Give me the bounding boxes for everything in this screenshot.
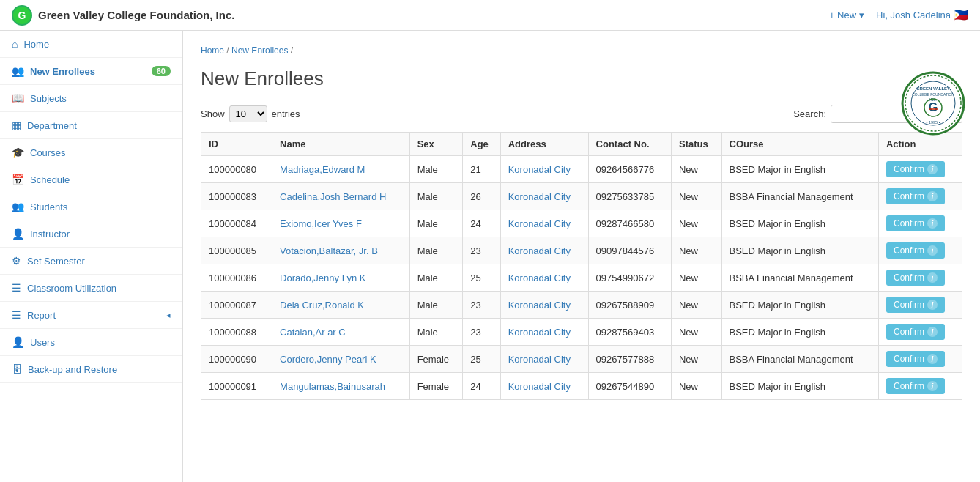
table-row: 100000083 Cadelina,Josh Bernard H Male 2… xyxy=(201,183,962,210)
name-link[interactable]: Cordero,Jenny Pearl K xyxy=(280,354,376,365)
table-body: 100000080 Madriaga,Edward M Male 21 Koro… xyxy=(201,156,962,400)
cell-id: 100000084 xyxy=(201,210,272,237)
col-name: Name xyxy=(272,133,410,156)
cell-course: BSBA Financial Management xyxy=(721,183,878,210)
home-icon: ⌂ xyxy=(12,38,18,50)
cell-course: BSBA Financial Management xyxy=(721,264,878,292)
address-link[interactable]: Koronadal City xyxy=(508,191,571,202)
svg-text:• 1995 •: • 1995 • xyxy=(926,120,940,125)
instructor-icon: 👤 xyxy=(12,228,24,240)
cell-course: BSED Major in English xyxy=(721,237,878,264)
address-link[interactable]: Koronadal City xyxy=(508,218,571,229)
name-link[interactable]: Cadelina,Josh Bernard H xyxy=(280,191,386,202)
table-row: 100000080 Madriaga,Edward M Male 21 Koro… xyxy=(201,156,962,183)
svg-text:GREEN VALLEY: GREEN VALLEY xyxy=(916,86,950,91)
sidebar-item-students[interactable]: 👥 Students xyxy=(0,193,182,220)
cell-address: Koronadal City xyxy=(500,210,588,237)
sidebar-label-instructor: Instructor xyxy=(30,229,70,240)
name-link[interactable]: Dorado,Jenny Lyn K xyxy=(280,272,365,283)
cell-contact: 09267577888 xyxy=(588,346,671,373)
entries-label: entries xyxy=(272,108,300,119)
sidebar-item-users[interactable]: 👤 Users xyxy=(0,329,182,356)
address-link[interactable]: Koronadal City xyxy=(508,381,571,392)
sidebar-item-set-semester[interactable]: ⚙ Set Semester xyxy=(0,248,182,275)
report-icon: ☰ xyxy=(12,309,21,321)
breadcrumb-home[interactable]: Home xyxy=(201,45,224,56)
new-enrollees-badge: 60 xyxy=(152,66,171,76)
col-course: COurse xyxy=(721,133,878,156)
cell-age: 23 xyxy=(463,237,500,264)
cell-status: New xyxy=(671,210,721,237)
show-entries: Show 10 25 50 100 entries xyxy=(201,105,300,122)
cell-action: Confirm i xyxy=(878,319,962,346)
sidebar-item-report[interactable]: ☰ Report ◂ xyxy=(0,302,182,329)
calendar-icon: 📅 xyxy=(12,174,24,185)
table-row: 100000086 Dorado,Jenny Lyn K Male 25 Kor… xyxy=(201,264,962,292)
confirm-button[interactable]: Confirm i xyxy=(886,270,945,286)
address-link[interactable]: Koronadal City xyxy=(508,300,571,311)
cell-action: Confirm i xyxy=(878,292,962,319)
users-nav-icon: 👤 xyxy=(12,336,24,348)
confirm-button[interactable]: Confirm i xyxy=(886,378,945,394)
table-row: 100000084 Exiomo,Icer Yves F Male 24 Kor… xyxy=(201,210,962,237)
address-link[interactable]: Koronadal City xyxy=(508,272,571,283)
cell-sex: Male xyxy=(409,237,463,264)
table-row: 100000087 Dela Cruz,Ronald K Male 23 Kor… xyxy=(201,292,962,319)
sidebar-label-students: Students xyxy=(30,201,67,212)
sidebar-item-schedule[interactable]: 📅 Schedule xyxy=(0,166,182,193)
cell-sex: Male xyxy=(409,292,463,319)
sidebar-item-home[interactable]: ⌂ Home xyxy=(0,31,182,58)
confirm-button[interactable]: Confirm i xyxy=(886,188,945,204)
cell-address: Koronadal City xyxy=(500,156,588,183)
sidebar-label-new-enrollees: New Enrollees xyxy=(30,66,95,77)
sidebar-item-new-enrollees[interactable]: 👥 New Enrollees 60 xyxy=(0,58,182,85)
name-link[interactable]: Votacion,Baltazar, Jr. B xyxy=(280,245,378,256)
confirm-button[interactable]: Confirm i xyxy=(886,215,945,231)
confirm-button[interactable]: Confirm i xyxy=(886,161,945,177)
sidebar-item-subjects[interactable]: 📖 Subjects xyxy=(0,85,182,112)
cell-id: 100000087 xyxy=(201,292,272,319)
sidebar-item-courses[interactable]: 🎓 Courses xyxy=(0,139,182,166)
cell-name: Cadelina,Josh Bernard H xyxy=(272,183,410,210)
cell-id: 100000088 xyxy=(201,319,272,346)
sidebar-item-backup[interactable]: 🗄 Back-up and Restore xyxy=(0,356,182,383)
sidebar-label-report: Report xyxy=(27,310,56,321)
cell-action: Confirm i xyxy=(878,237,962,264)
cell-address: Koronadal City xyxy=(500,264,588,292)
user-name: Hi, Josh Cadelina xyxy=(876,10,951,21)
name-link[interactable]: Madriaga,Edward M xyxy=(280,164,365,175)
info-icon: i xyxy=(927,164,938,174)
confirm-button[interactable]: Confirm i xyxy=(886,297,945,313)
address-link[interactable]: Koronadal City xyxy=(508,164,571,175)
cell-address: Koronadal City xyxy=(500,319,588,346)
address-link[interactable]: Koronadal City xyxy=(508,327,571,338)
confirm-button[interactable]: Confirm i xyxy=(886,351,945,367)
table-row: 100000088 Catalan,Ar ar C Male 23 Korona… xyxy=(201,319,962,346)
cell-status: New xyxy=(671,264,721,292)
name-link[interactable]: Dela Cruz,Ronald K xyxy=(280,300,364,311)
svg-text:G: G xyxy=(929,101,938,114)
sidebar-item-classroom[interactable]: ☰ Classroom Utilization xyxy=(0,275,182,302)
info-icon: i xyxy=(927,354,938,364)
report-arrow-icon: ◂ xyxy=(166,311,171,320)
confirm-button[interactable]: Confirm i xyxy=(886,324,945,340)
address-link[interactable]: Koronadal City xyxy=(508,354,571,365)
cell-name: Dorado,Jenny Lyn K xyxy=(272,264,410,292)
confirm-button[interactable]: Confirm i xyxy=(886,242,945,259)
cell-name: Dela Cruz,Ronald K xyxy=(272,292,410,319)
svg-text:COLLEGE FOUNDATION: COLLEGE FOUNDATION xyxy=(912,92,954,97)
name-link[interactable]: Mangulamas,Bainusarah xyxy=(280,381,385,392)
cell-name: Mangulamas,Bainusarah xyxy=(272,373,410,400)
cell-age: 24 xyxy=(463,210,500,237)
sidebar-item-department[interactable]: ▦ Department xyxy=(0,112,182,139)
name-link[interactable]: Exiomo,Icer Yves F xyxy=(280,218,362,229)
address-link[interactable]: Koronadal City xyxy=(508,245,571,256)
database-icon: 🗄 xyxy=(12,363,22,375)
cell-sex: Female xyxy=(409,346,463,373)
name-link[interactable]: Catalan,Ar ar C xyxy=(280,327,346,338)
entries-select[interactable]: 10 25 50 100 xyxy=(229,105,267,122)
sidebar-label-schedule: Schedule xyxy=(30,174,70,185)
breadcrumb-new-enrollees[interactable]: New Enrollees xyxy=(231,45,288,56)
sidebar-item-instructor[interactable]: 👤 Instructor xyxy=(0,220,182,248)
new-button[interactable]: + New ▾ xyxy=(829,10,864,21)
